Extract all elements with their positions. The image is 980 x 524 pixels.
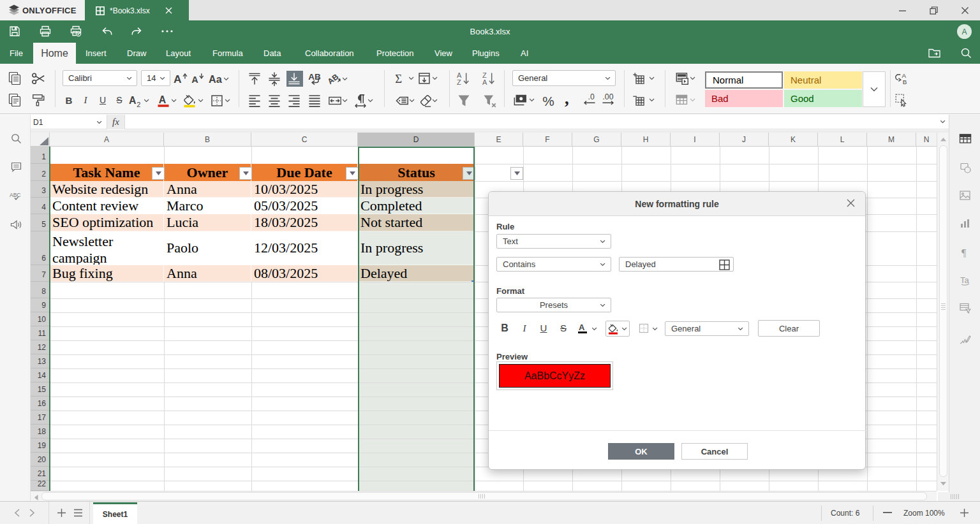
svg-text:ABC: ABC <box>10 192 20 198</box>
svg-text:A: A <box>579 323 585 332</box>
